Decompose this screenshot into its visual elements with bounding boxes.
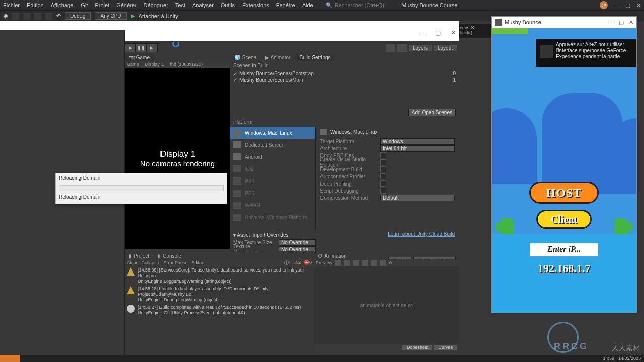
max-texture-dropdown[interactable]: No Override bbox=[279, 239, 316, 246]
game-mode-dropdown[interactable]: Game bbox=[127, 62, 139, 67]
client-button[interactable]: Client bbox=[536, 210, 592, 229]
platform-android[interactable]: Android bbox=[230, 151, 315, 163]
next-frame-icon[interactable] bbox=[371, 260, 377, 266]
user-avatar[interactable]: JF bbox=[600, 1, 608, 9]
menu-analyze[interactable]: Analyser bbox=[192, 2, 214, 8]
config-dropdown[interactable]: Debug bbox=[65, 12, 91, 20]
modal-minimize-icon[interactable]: — bbox=[419, 29, 425, 36]
play-icon[interactable]: ▶ bbox=[131, 13, 135, 19]
console-tab[interactable]: ▮ Console bbox=[153, 252, 185, 260]
animation-toolbar: Preview 0 bbox=[314, 259, 459, 266]
create-vs-checkbox[interactable] bbox=[380, 159, 386, 165]
platform-server[interactable]: Dedicated Server bbox=[230, 139, 315, 151]
scene-row[interactable]: ✓Mushy Bounce/Scenes/Main1 bbox=[233, 77, 456, 83]
menu-file[interactable]: Fichier bbox=[3, 2, 20, 8]
window-minimize-icon[interactable]: — bbox=[614, 2, 619, 8]
architecture-dropdown[interactable]: Intel 64-bit bbox=[380, 145, 455, 152]
vs-search[interactable]: 🔍Rechercher (Ctrl+Q) bbox=[326, 2, 384, 9]
window-close-icon[interactable]: ✕ bbox=[636, 2, 641, 9]
autoconnect-checkbox[interactable] bbox=[380, 173, 386, 179]
windows-taskbar[interactable]: 14:59 14/02/2023 bbox=[0, 355, 644, 362]
save-icon[interactable] bbox=[34, 13, 41, 20]
menu-git[interactable]: Git bbox=[80, 2, 88, 8]
error-pause-button[interactable]: Error Pause bbox=[164, 260, 188, 265]
info-count[interactable]: ⓘ1 bbox=[284, 260, 291, 266]
modal-maximize-icon[interactable]: ▢ bbox=[435, 29, 441, 36]
gw-minimize-icon[interactable]: — bbox=[608, 19, 614, 26]
editor-dropdown[interactable]: Editor bbox=[192, 260, 204, 265]
copy-pdb-checkbox[interactable] bbox=[380, 152, 386, 158]
platform-ps5[interactable]: PS5 bbox=[230, 187, 315, 199]
platform-uwp[interactable]: Universal Windows Platform bbox=[230, 211, 315, 223]
scene-row[interactable]: ✓Mushy Bounce/Scenes/Bootstrap0 bbox=[233, 70, 456, 77]
dopesheet-button[interactable]: Dopesheet bbox=[403, 345, 433, 350]
record-icon[interactable] bbox=[335, 260, 341, 266]
gw-close-icon[interactable]: ✕ bbox=[629, 19, 633, 26]
target-platform-dropdown[interactable]: Windows bbox=[380, 138, 455, 145]
cloud-icon[interactable] bbox=[386, 44, 395, 52]
prev-frame-icon[interactable] bbox=[353, 260, 359, 266]
play-anim-icon[interactable] bbox=[362, 260, 368, 266]
menu-test[interactable]: Test bbox=[175, 2, 185, 8]
cloud-build-link[interactable]: Learn about Unity Cloud Build bbox=[388, 231, 455, 237]
preview-button[interactable]: Preview bbox=[316, 260, 332, 265]
display-dropdown[interactable]: Display 1 bbox=[145, 62, 164, 67]
window-maximize-icon[interactable]: ▢ bbox=[625, 2, 630, 9]
menu-build[interactable]: Générer bbox=[116, 2, 136, 8]
undo-icon[interactable]: ↶ bbox=[56, 13, 61, 19]
error-count[interactable]: ⛔0 bbox=[304, 260, 312, 266]
console-toolbar: Clear Collapse Error Pause Editor ⓘ1 ⚠2 … bbox=[125, 259, 314, 266]
menu-extensions[interactable]: Extensions bbox=[242, 2, 269, 8]
scene-tab[interactable]: 🧊 Scene bbox=[230, 54, 260, 61]
attach-unity-button[interactable]: Attacher à Unity bbox=[139, 13, 178, 19]
build-settings-tab[interactable]: Build Settings bbox=[295, 54, 334, 61]
platform-webgl[interactable]: WebGL bbox=[230, 199, 315, 211]
platform-ios[interactable]: iOS bbox=[230, 163, 315, 175]
gw-maximize-icon[interactable]: ▢ bbox=[619, 19, 624, 26]
animator-tab[interactable]: ▶ Animator bbox=[261, 54, 294, 61]
console-entry[interactable]: [14:58:18] Unable to find player assembl… bbox=[125, 285, 314, 304]
script-debug-checkbox[interactable] bbox=[380, 188, 386, 194]
last-frame-icon[interactable] bbox=[380, 260, 386, 266]
layout-dropdown[interactable]: Layout bbox=[434, 45, 457, 51]
resolution-dropdown[interactable]: fhd (1080x1920) bbox=[170, 62, 203, 67]
animation-tab[interactable]: ⏱ Animation bbox=[314, 252, 351, 260]
platform-windows[interactable]: Windows, Mac, Linux bbox=[230, 127, 315, 139]
warn-count[interactable]: ⚠2 bbox=[294, 260, 301, 266]
frame-field[interactable]: 0 bbox=[389, 260, 392, 265]
console-entry[interactable]: [14:58:27] Build completed with a result… bbox=[125, 304, 314, 317]
host-button[interactable]: HOST bbox=[529, 182, 599, 204]
dev-build-checkbox[interactable] bbox=[380, 166, 386, 172]
project-tab[interactable]: ▮ Project bbox=[125, 252, 153, 260]
menu-tools[interactable]: Outils bbox=[221, 2, 235, 8]
doc-tab[interactable]: er.cs ✕ bbox=[460, 25, 491, 30]
saveall-icon[interactable] bbox=[45, 13, 52, 20]
clear-button[interactable]: Clear bbox=[127, 260, 138, 265]
menu-edit[interactable]: Édition bbox=[27, 2, 44, 8]
menu-help[interactable]: Aide bbox=[302, 2, 313, 8]
platform-dropdown[interactable]: Any CPU bbox=[95, 12, 126, 20]
menu-debug[interactable]: Déboguer bbox=[144, 2, 168, 8]
new-icon[interactable] bbox=[12, 13, 19, 20]
console-entry[interactable]: [14:58:09] [ServicesCore]: To use Unity'… bbox=[125, 266, 314, 285]
modal-close-icon[interactable]: ✕ bbox=[451, 29, 456, 36]
menu-window[interactable]: Fenêtre bbox=[276, 2, 295, 8]
ip-input[interactable]: Enter iP... bbox=[530, 243, 598, 256]
platform-list: Windows, Mac, Linux Dedicated Server And… bbox=[230, 127, 316, 230]
add-open-scenes-button[interactable]: Add Open Scenes bbox=[408, 109, 456, 116]
back-icon[interactable]: ◉ bbox=[3, 13, 8, 19]
game-window-titlebar[interactable]: Mushy Bounce — ▢ ✕ bbox=[492, 17, 636, 28]
system-tray[interactable]: 14:59 14/02/2023 bbox=[603, 356, 644, 361]
menu-view[interactable]: Affichage bbox=[51, 2, 74, 8]
collapse-button[interactable]: Collapse bbox=[142, 260, 159, 265]
curves-button[interactable]: Curves bbox=[434, 345, 457, 350]
menu-project[interactable]: Projet bbox=[95, 2, 109, 8]
platform-ps4[interactable]: PS4 bbox=[230, 175, 315, 187]
game-tab[interactable]: 📷 Game bbox=[125, 54, 154, 61]
search-icon[interactable] bbox=[397, 44, 407, 52]
open-icon[interactable] bbox=[23, 13, 30, 20]
layers-dropdown[interactable]: Layers bbox=[409, 45, 432, 51]
deep-profile-checkbox[interactable] bbox=[380, 180, 386, 187]
first-frame-icon[interactable] bbox=[344, 260, 350, 266]
compression-dropdown[interactable]: Default bbox=[380, 195, 455, 201]
